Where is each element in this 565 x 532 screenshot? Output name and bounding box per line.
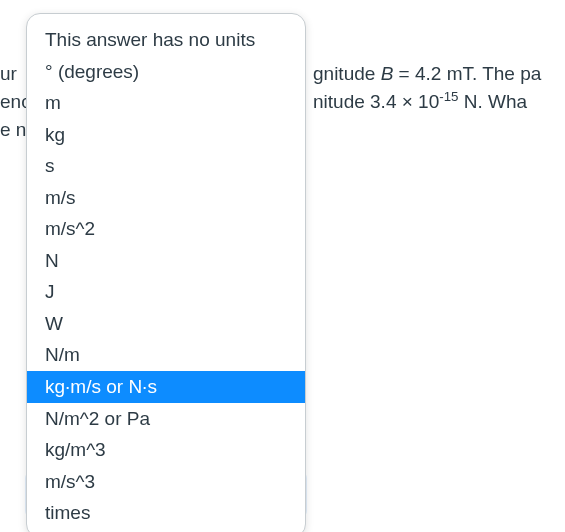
bg-text-fragment: ur	[0, 60, 17, 89]
units-option[interactable]: s	[27, 150, 305, 182]
units-option[interactable]: N/m^2 or Pa	[27, 403, 305, 435]
units-option[interactable]: J	[27, 276, 305, 308]
units-option[interactable]: m/s	[27, 182, 305, 214]
units-option[interactable]: ° (degrees)	[27, 56, 305, 88]
bg-text-fragment: e n	[0, 116, 26, 145]
units-option[interactable]: times	[27, 497, 305, 529]
units-option[interactable]: W	[27, 308, 305, 340]
bg-text-fragment: gnitude B = 4.2 mT. The pa	[313, 60, 541, 89]
units-option[interactable]: N	[27, 245, 305, 277]
units-option[interactable]: m	[27, 87, 305, 119]
units-option[interactable]: m/s^3	[27, 466, 305, 498]
units-option[interactable]: kg	[27, 119, 305, 151]
units-option[interactable]: m/s^2	[27, 213, 305, 245]
units-dropdown-list: This answer has no units° (degrees)mkgsm…	[27, 14, 305, 532]
units-option[interactable]: This answer has no units	[27, 24, 305, 56]
units-option[interactable]: N/m	[27, 339, 305, 371]
units-dropdown-panel: This answer has no units° (degrees)mkgsm…	[26, 13, 306, 532]
units-option[interactable]: kg/m^3	[27, 434, 305, 466]
units-option[interactable]: kg·m/s or N·s	[27, 371, 305, 403]
bg-text-fragment: nitude 3.4 × 10-15 N. Wha	[313, 88, 527, 117]
